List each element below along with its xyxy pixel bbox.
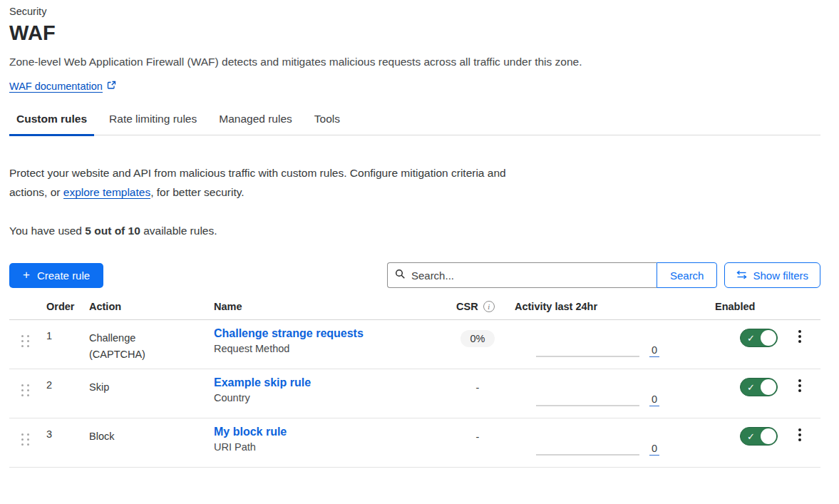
rule-name-link[interactable]: My block rule <box>214 426 287 438</box>
activity-count-link[interactable]: 0 <box>649 345 659 358</box>
cell-csr: 0% <box>446 320 510 369</box>
create-rule-label: Create rule <box>37 269 90 282</box>
check-icon: ✓ <box>747 334 755 343</box>
cell-order: 2 <box>41 369 83 418</box>
tab-managed-rules[interactable]: Managed rules <box>212 113 299 135</box>
tab-rate-limiting-rules[interactable]: Rate limiting rules <box>102 113 204 135</box>
waf-documentation-link[interactable]: WAF documentation <box>9 81 103 93</box>
cell-activity: 0 <box>510 369 665 418</box>
cell-name: Example skip rule Country <box>207 369 446 418</box>
drag-handle-icon[interactable] <box>21 384 41 396</box>
waf-page: Security WAF Zone-level Web Application … <box>0 0 830 468</box>
rule-name-link[interactable]: Example skip rule <box>214 376 311 389</box>
custom-rules-intro: Protect your website and API from malici… <box>9 163 540 202</box>
rule-action: Challenge (CAPTCHA) <box>89 332 145 360</box>
cell-action: Block <box>83 418 162 467</box>
rule-order: 3 <box>46 428 52 440</box>
rule-expression: URI Path <box>214 441 446 453</box>
table-row: 2 Skip Example skip rule Country - 0 ✓ <box>9 369 820 418</box>
activity-count-link[interactable]: 0 <box>649 394 659 407</box>
enabled-toggle[interactable]: ✓ <box>740 378 778 396</box>
intro-text-after: , for better security. <box>150 186 245 198</box>
rule-order: 2 <box>46 379 52 391</box>
create-rule-button[interactable]: + Create rule <box>9 263 103 288</box>
activity-sparkline <box>536 356 639 357</box>
activity-count-link[interactable]: 0 <box>649 443 659 456</box>
cell-menu <box>779 418 820 467</box>
cell-enabled: ✓ <box>665 320 779 369</box>
cell-activity: 0 <box>510 320 665 369</box>
cell-handle <box>9 369 41 418</box>
breadcrumb-section-label: Security <box>9 6 820 17</box>
page-description: Zone-level Web Application Firewall (WAF… <box>9 56 820 68</box>
cell-enabled: ✓ <box>665 418 779 467</box>
cell-action: Skip <box>83 369 162 418</box>
csr-header-label: CSR <box>456 301 478 312</box>
cell-enabled: ✓ <box>665 369 779 418</box>
show-filters-label: Show filters <box>753 269 808 282</box>
swap-arrows-icon <box>736 269 747 282</box>
page-title: WAF <box>9 21 820 45</box>
cell-name: My block rule URI Path <box>207 418 446 467</box>
waf-tabs: Custom rules Rate limiting rules Managed… <box>9 113 820 135</box>
column-header-order: Order <box>41 301 83 312</box>
table-row: 3 Block My block rule URI Path - 0 ✓ <box>9 418 820 468</box>
rule-order: 1 <box>46 330 52 341</box>
doc-link-row: WAF documentation <box>9 80 820 93</box>
cell-action: Challenge (CAPTCHA) <box>83 320 162 369</box>
drag-handle-icon[interactable] <box>21 433 41 446</box>
rules-table-header: Order Action Name CSR i Activity last 24… <box>9 301 820 320</box>
cell-order: 3 <box>41 418 83 467</box>
search-box <box>387 262 657 288</box>
rules-table: Order Action Name CSR i Activity last 24… <box>9 301 820 468</box>
rule-action: Skip <box>89 381 109 393</box>
column-header-action: Action <box>83 301 207 312</box>
column-header-enabled: Enabled <box>665 301 779 312</box>
rules-toolbar: + Create rule Search <box>9 262 820 288</box>
cell-menu <box>779 369 820 418</box>
tab-custom-rules[interactable]: Custom rules <box>9 113 94 135</box>
toggle-knob <box>761 379 776 395</box>
enabled-toggle[interactable]: ✓ <box>740 427 778 446</box>
show-filters-button[interactable]: Show filters <box>724 262 820 288</box>
info-icon[interactable]: i <box>483 301 495 312</box>
rule-action: Block <box>89 431 114 442</box>
cell-handle <box>9 320 41 369</box>
column-header-csr: CSR i <box>446 301 510 312</box>
column-header-activity: Activity last 24hr <box>510 301 665 312</box>
activity-sparkline <box>536 405 639 406</box>
cell-name: Challenge strange requests Request Metho… <box>207 320 446 369</box>
toggle-knob <box>761 330 776 346</box>
activity-sparkline <box>536 454 639 456</box>
cell-handle <box>9 418 41 467</box>
csr-badge: 0% <box>460 330 495 347</box>
search-input[interactable] <box>411 269 649 282</box>
cell-menu <box>779 320 820 369</box>
kebab-menu-icon[interactable] <box>794 378 805 394</box>
kebab-menu-icon[interactable] <box>794 329 805 344</box>
table-row: 1 Challenge (CAPTCHA) Challenge strange … <box>9 320 820 369</box>
plus-icon: + <box>23 268 30 282</box>
cell-activity: 0 <box>510 418 665 467</box>
drag-handle-icon[interactable] <box>21 335 41 347</box>
rule-expression: Request Method <box>214 343 446 354</box>
external-link-icon <box>107 80 116 93</box>
check-icon: ✓ <box>747 383 755 392</box>
usage-prefix: You have used <box>9 225 85 237</box>
search-button[interactable]: Search <box>657 262 718 288</box>
usage-count: 5 out of 10 <box>85 225 140 237</box>
rules-table-body: 1 Challenge (CAPTCHA) Challenge strange … <box>9 320 820 468</box>
tab-tools[interactable]: Tools <box>307 113 347 135</box>
check-icon: ✓ <box>747 432 755 441</box>
search-group: Search <box>387 262 718 288</box>
cell-csr: - <box>446 369 510 418</box>
explore-templates-link[interactable]: explore templates <box>63 186 150 199</box>
kebab-menu-icon[interactable] <box>794 427 805 443</box>
csr-badge: - <box>475 379 481 396</box>
rule-expression: Country <box>214 392 446 403</box>
cell-order: 1 <box>41 320 83 369</box>
rules-usage-text: You have used 5 out of 10 available rule… <box>9 225 820 237</box>
csr-badge: - <box>475 428 481 446</box>
enabled-toggle[interactable]: ✓ <box>740 329 778 347</box>
rule-name-link[interactable]: Challenge strange requests <box>214 327 364 339</box>
